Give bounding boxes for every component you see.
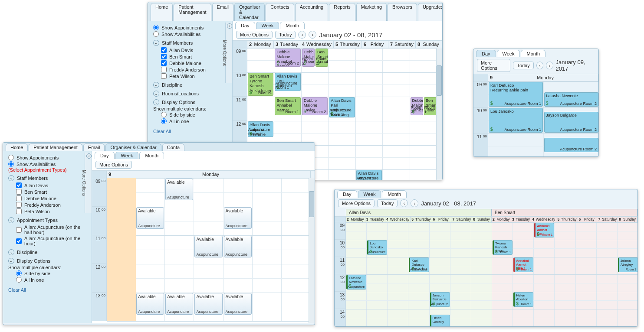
appointment[interactable]: HelenAbertonRoom 1$	[513, 292, 533, 307]
appointment[interactable]: AnnabelAarnotLBP 2Room 1$	[513, 257, 533, 272]
tab-organiser-calendar[interactable]: Organiser & Calendar	[105, 143, 161, 151]
tab-month[interactable]: Month	[521, 50, 545, 57]
section-discipline[interactable]: ⌄Discipline	[8, 249, 87, 255]
staff-checkbox[interactable]: Allan Davis	[16, 182, 87, 189]
tab-organiser-calendar[interactable]: Organiser & Calendar	[234, 3, 265, 21]
tab-browsers[interactable]: Browsers	[388, 3, 417, 21]
tab-week[interactable]: Week	[256, 22, 279, 29]
available-slot[interactable]: AvailableAcupuncture	[224, 293, 252, 315]
appointment[interactable]: Debbie MaloneAnnabel AarnotRoom 2$	[275, 49, 300, 67]
tab-email[interactable]: Email	[212, 3, 234, 21]
tab-day[interactable]: Day	[235, 22, 255, 29]
more-options-button[interactable]: More Options	[477, 59, 510, 72]
appointment[interactable]: DebbieMaloneTheodorRoom 2$	[302, 49, 315, 67]
tab-upgrades[interactable]: Upgrades	[418, 3, 443, 21]
available-slot[interactable]: AvailableAcupuncture	[136, 293, 164, 315]
prev-button[interactable]: ‹	[536, 62, 543, 69]
appointment[interactable]: Acupuncture Room 2	[544, 138, 598, 152]
tab-contacts[interactable]: Contacts	[266, 3, 294, 21]
more-options-button[interactable]: More Options	[95, 161, 132, 169]
staff-checkbox[interactable]: Allan: Acupuncture (on the hour)	[16, 235, 87, 247]
appointment[interactable]: AnnabelAarnotLBPRoom 1$	[534, 223, 554, 238]
radio-show-appointments[interactable]: Show Appointments	[8, 154, 87, 161]
staff-checkbox[interactable]: Freddy Anderson	[161, 66, 228, 73]
appointment[interactable]: Karl DefuscoRecurringankle painAcupunctu…	[409, 257, 429, 272]
tab-week[interactable]: Week	[358, 190, 381, 198]
available-slot[interactable]: AvailableAcupuncture	[165, 293, 193, 315]
tab-day[interactable]: Day	[95, 152, 115, 159]
available-slot[interactable]: AvailableAcupuncture	[224, 236, 252, 257]
available-slot[interactable]: AvailableAcupuncture	[194, 236, 222, 257]
tab-month[interactable]: Month	[139, 152, 164, 159]
calendar-grid[interactable]: AvailableAcupunctureAvailableAcupuncture…	[107, 178, 311, 321]
section-staff[interactable]: ⌄Staff Members	[8, 175, 87, 181]
tab-month[interactable]: Month	[280, 22, 305, 29]
more-options-toggle[interactable]: ‹More Options	[225, 23, 232, 83]
today-button[interactable]: Today	[513, 62, 533, 69]
scrollbar[interactable]	[436, 48, 442, 180]
appointment[interactable]: Ben SmartTyrone KanoshAnkle InjuryRoom 1…	[248, 73, 273, 96]
tab-marketing[interactable]: Marketing	[356, 3, 387, 21]
radio-side-by-side[interactable]: Side by side	[16, 270, 87, 277]
staff-checkbox[interactable]: Peta Wilson	[16, 208, 87, 215]
radio-side-by-side[interactable]: Side by side	[161, 111, 228, 118]
appointment[interactable]: Lou JanoskoAcupuncture Room 1$	[489, 108, 543, 133]
prev-button[interactable]: ‹	[400, 199, 408, 207]
next-button[interactable]: ›	[411, 199, 418, 207]
radio-all-in-one[interactable]: All in one	[161, 118, 228, 124]
radio-show-appointments[interactable]: Show Appointments	[153, 24, 228, 31]
next-button[interactable]: ›	[309, 31, 316, 39]
staff-checkbox[interactable]: Allan Davis	[161, 47, 228, 53]
appointment[interactable]: BenSmartJelenaRoom 1	[424, 97, 437, 115]
tab-week[interactable]: Week	[115, 152, 139, 159]
more-options-button[interactable]: More Options	[338, 199, 375, 207]
section-appt-types[interactable]: ⌄Appointment Types	[8, 217, 87, 223]
next-button[interactable]: ›	[546, 62, 553, 69]
tab-conta[interactable]: Conta	[162, 143, 184, 151]
more-options-toggle[interactable]: ‹More Options	[85, 153, 92, 213]
appointment[interactable]: Lou JanoskoAcupuncture$	[367, 240, 387, 255]
appointment[interactable]: Allan DavisKarl DefuscoRecurring ankle p…	[329, 97, 355, 117]
section-display[interactable]: ⌄Display Options	[153, 99, 228, 105]
tab-month[interactable]: Month	[382, 190, 407, 198]
today-button[interactable]: Today	[275, 31, 296, 39]
tab-accounting[interactable]: Accounting	[295, 3, 328, 21]
clear-all-link[interactable]: Clear All	[8, 287, 26, 293]
appointment[interactable]: JelenaAbeyleyRoom 1	[618, 257, 637, 272]
tab-home[interactable]: Home	[151, 3, 173, 21]
section-display[interactable]: ⌄Display Options	[8, 258, 87, 264]
clear-all-link[interactable]: Clear All	[153, 129, 171, 134]
appointment[interactable]: DebbieMaloneJaniceRoom 2$	[411, 97, 423, 115]
appointment[interactable]: DebbieMaloneTaylorRoom 2$	[302, 97, 328, 115]
staff-checkbox[interactable]: Debbie Malone	[161, 60, 228, 66]
tab-email[interactable]: Email	[83, 143, 105, 151]
tab-week[interactable]: Week	[497, 50, 520, 57]
tab-day[interactable]: Day	[476, 50, 496, 57]
staff-checkbox[interactable]: Ben Smart	[161, 53, 228, 60]
appointment[interactable]: Ben SmartAnnabel AarnotRoom 1	[275, 97, 300, 115]
radio-show-availabilities[interactable]: Show Availabilities	[153, 31, 228, 37]
radio-show-availabilities[interactable]: Show Availabilities	[8, 161, 87, 167]
tab-patient-management[interactable]: Patient Management	[29, 143, 82, 151]
staff-checkbox[interactable]: Peta Wilson	[161, 73, 228, 79]
available-slot[interactable]: AvailableAcupuncture	[224, 207, 252, 229]
appointment[interactable]: LatashaNewenieAcupuncture$	[346, 275, 366, 290]
appointment[interactable]: Karl DefuscoRecurring ankle painAcupunct…	[489, 82, 543, 107]
tab-patient-management[interactable]: Patient Management	[174, 3, 211, 21]
appointment[interactable]: Jayson BelgardeAcupuncture Room 2	[544, 112, 598, 133]
calendar-grid[interactable]: Lou JanoskoAcupuncture$LatashaNewenieAcu…	[346, 222, 637, 326]
more-options-button[interactable]: More Options	[236, 31, 273, 39]
appointment[interactable]: Allan DavisLou JanoskoAcupuncture Room 1…	[275, 73, 300, 91]
appointment[interactable]: JaysonBelgardeAcupuncture$	[430, 292, 450, 307]
appointment[interactable]: Latasha NewenieAcupuncture Room 2$	[544, 92, 598, 107]
scrollbar[interactable]	[309, 178, 315, 323]
section-discipline[interactable]: ⌄Discipline	[153, 82, 228, 88]
section-staff[interactable]: ⌄Staff Members	[153, 40, 228, 46]
select-types-link[interactable]: (Select Appointment Types)	[8, 167, 87, 173]
prev-button[interactable]: ‹	[298, 31, 306, 39]
tab-reports[interactable]: Reports	[329, 3, 355, 21]
available-slot[interactable]: AvailableAcupuncture	[194, 293, 222, 315]
radio-all-in-one[interactable]: All in one	[16, 277, 87, 283]
appointment[interactable]: HelenGellatly	[430, 315, 450, 326]
appointment[interactable]: Allan DavisLatasha NewenieAcupuncture Ro…	[248, 121, 273, 137]
